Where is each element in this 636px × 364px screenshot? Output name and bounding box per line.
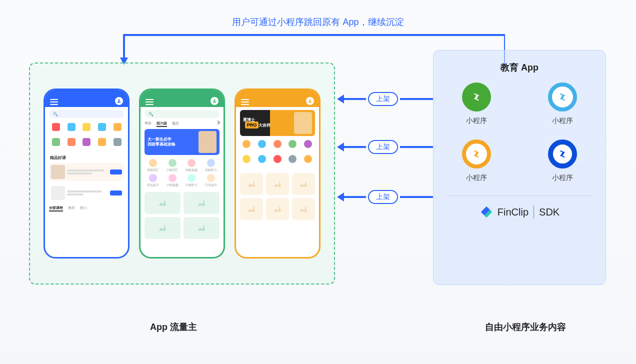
menu-icon[interactable] — [241, 99, 249, 105]
panel-title: 教育 App — [444, 62, 596, 74]
content-card[interactable] — [292, 173, 315, 195]
category-icon[interactable] — [80, 138, 94, 150]
publish-pill: 上架 — [368, 92, 398, 106]
feature-icon[interactable] — [302, 140, 315, 152]
svg-point-2 — [164, 200, 166, 202]
content-card[interactable] — [266, 198, 289, 220]
avatar-icon[interactable] — [210, 97, 218, 105]
course-card[interactable] — [49, 163, 124, 181]
tab-item[interactable]: 推荐 — [68, 206, 75, 212]
search-input[interactable]: 🔍 — [144, 110, 220, 118]
category-icon[interactable] — [64, 123, 78, 135]
phone-mockup-blue: 🔍 精品好课 全部课程 推荐 热门 — [44, 88, 130, 258]
left-panel-caption: App 流量主 — [150, 321, 197, 333]
feature-icon[interactable]: 四级词汇 — [144, 159, 162, 171]
svg-point-1 — [214, 100, 215, 101]
feature-icon[interactable]: 口语提升 — [202, 174, 220, 186]
content-card[interactable] — [144, 217, 180, 239]
menu-icon[interactable] — [50, 99, 58, 105]
content-card[interactable] — [184, 217, 220, 239]
arrow-left-icon — [337, 192, 344, 202]
finclip-text: FinClip — [498, 206, 528, 218]
feature-icon[interactable]: 六级听力 — [183, 174, 200, 186]
feature-icon[interactable] — [240, 155, 254, 167]
promo-banner[interactable]: 大一新生必学 四级零基础攻略 — [144, 129, 220, 155]
miniprogram-item[interactable]: 小程序 — [548, 140, 577, 182]
teacher-portrait — [294, 112, 312, 134]
tab-item[interactable]: 雅思 — [172, 121, 179, 127]
feature-icon[interactable] — [270, 140, 284, 152]
arrow-line — [400, 196, 433, 198]
category-icon[interactable] — [111, 123, 124, 135]
feature-icon[interactable] — [286, 155, 300, 167]
feature-icon[interactable]: 六级词汇 — [164, 159, 181, 171]
feature-icon[interactable] — [240, 140, 254, 152]
miniprogram-grid: 小程序 小程序 小程序 小程序 — [444, 82, 596, 182]
sdk-branding-row: FinClip SDK — [444, 205, 596, 219]
banner-line: 四级零基础攻略 — [148, 142, 176, 147]
miniprogram-label: 小程序 — [466, 174, 487, 182]
miniprogram-item[interactable]: 小程序 — [462, 140, 491, 182]
content-card[interactable] — [292, 198, 315, 220]
miniprogram-item[interactable]: 小程序 — [548, 82, 577, 126]
publish-arrow-row: 上架 — [337, 190, 433, 204]
avatar-icon[interactable] — [306, 97, 314, 105]
category-icon[interactable] — [111, 138, 124, 150]
feature-icon-grid: 四级词汇 六级词汇 四级真题 四级听力 语法提升 六级真题 六级听力 口语提升 — [140, 157, 224, 189]
tab-item[interactable]: 热门 — [80, 206, 87, 212]
phone-notch — [260, 90, 295, 97]
tab-item[interactable]: 全部课程 — [49, 206, 63, 212]
miniprogram-icon — [462, 82, 491, 112]
content-card[interactable] — [240, 198, 263, 220]
avatar-icon[interactable] — [115, 97, 123, 105]
miniprogram-icon — [548, 140, 577, 168]
category-icon[interactable] — [49, 138, 62, 150]
arrow-line — [344, 196, 366, 198]
svg-point-0 — [118, 100, 120, 101]
course-thumb — [51, 186, 65, 200]
category-tabs: 考研 四六级 雅思 — [144, 121, 220, 127]
finclip-logo: FinClip — [480, 205, 528, 219]
feature-icon[interactable]: 四级听力 — [202, 159, 220, 171]
teacher-portrait — [198, 131, 216, 153]
feature-icon[interactable] — [255, 140, 268, 152]
course-card[interactable] — [49, 184, 124, 202]
category-icon[interactable] — [96, 138, 109, 150]
tab-item[interactable]: 四六级 — [156, 121, 167, 127]
category-icon[interactable] — [64, 138, 78, 150]
feature-icon[interactable] — [270, 155, 284, 167]
tab-item[interactable]: 考研 — [144, 121, 152, 127]
miniprogram-label: 小程序 — [552, 174, 573, 182]
feature-icon[interactable]: 语法提升 — [144, 174, 162, 186]
svg-point-6 — [309, 100, 310, 101]
search-input[interactable]: 🔍 — [49, 110, 124, 118]
enroll-button[interactable] — [110, 170, 122, 174]
enroll-button[interactable] — [110, 190, 122, 196]
publish-arrow-row: 上架 — [337, 140, 433, 154]
category-icon[interactable] — [49, 123, 62, 135]
miniprogram-icon — [548, 82, 577, 112]
miniprogram-item[interactable]: 小程序 — [462, 82, 491, 126]
category-icon[interactable] — [96, 123, 109, 135]
miniprogram-label: 小程序 — [466, 116, 487, 126]
content-card[interactable] — [144, 192, 180, 214]
arrow-line — [344, 98, 366, 100]
promo-banner[interactable]: 雁博士 PRO大吉祥 — [240, 110, 315, 136]
divider — [446, 196, 592, 196]
feature-icon[interactable]: 六级真题 — [164, 174, 181, 186]
feature-icon[interactable] — [286, 140, 300, 152]
finclip-mark-icon — [480, 205, 494, 219]
feature-icon[interactable] — [255, 155, 268, 167]
chevron-right-icon[interactable] — [216, 120, 220, 124]
feature-icon[interactable] — [302, 155, 315, 167]
arrow-left-icon — [337, 142, 344, 152]
category-icon[interactable] — [80, 123, 94, 135]
phone-notch — [164, 90, 200, 97]
feature-icon[interactable]: 四级真题 — [183, 159, 200, 171]
svg-point-5 — [203, 226, 204, 227]
menu-icon[interactable] — [146, 99, 154, 105]
content-card[interactable] — [266, 173, 289, 195]
right-panel-caption: 自由小程序业务内容 — [485, 321, 566, 333]
content-card[interactable] — [184, 192, 220, 214]
content-card[interactable] — [240, 173, 263, 195]
